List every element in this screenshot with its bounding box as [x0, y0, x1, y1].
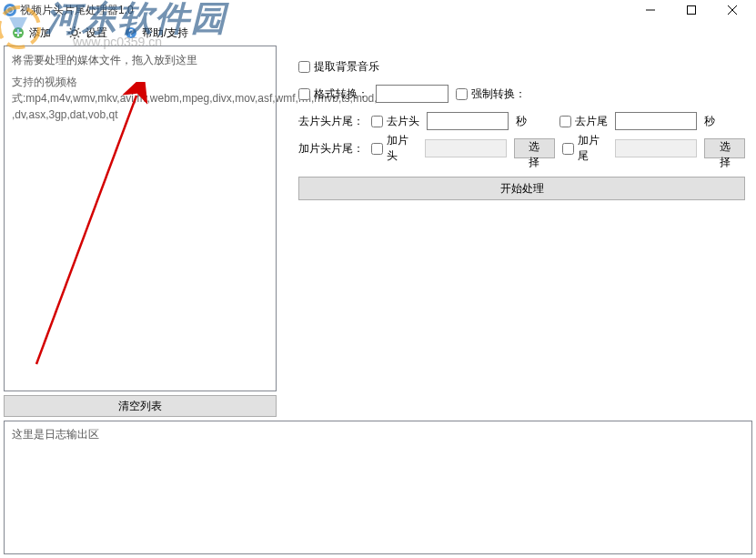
format-hint: 支持的视频格式:mp4,m4v,wmv,mkv,avi,flv,webm,mpe… — [12, 74, 268, 123]
close-button[interactable] — [711, 0, 752, 20]
maximize-button[interactable] — [670, 0, 711, 20]
window-title: 视频片头片尾处理器1.0 — [20, 3, 630, 18]
trim-head-checkbox[interactable]: 去片头 — [371, 114, 419, 129]
force-convert-checkbox[interactable]: 强制转换： — [456, 86, 526, 102]
drop-hint: 将需要处理的媒体文件，拖入放到这里 — [12, 52, 268, 68]
file-drop-area[interactable]: 将需要处理的媒体文件，拖入放到这里 支持的视频格式:mp4,m4v,wmv,mk… — [4, 46, 277, 391]
log-output-area: 这里是日志输出区 — [4, 421, 752, 554]
trim-label: 去片头片尾： — [298, 114, 364, 129]
menu-add-label: 添加 — [29, 25, 51, 41]
trim-head-input[interactable] — [427, 112, 509, 130]
app-icon — [4, 4, 16, 16]
plus-icon — [11, 25, 25, 40]
minimize-button[interactable] — [630, 0, 670, 20]
trim-tail-checkbox[interactable]: 去片尾 — [559, 114, 608, 129]
svg-line-16 — [78, 28, 80, 30]
titlebar: 视频片头片尾处理器1.0 — [0, 0, 756, 20]
start-process-button[interactable]: 开始处理 — [298, 177, 745, 200]
menu-add[interactable]: 添加 — [4, 22, 58, 45]
log-placeholder: 这里是日志输出区 — [12, 428, 99, 441]
select-tail-button[interactable]: 选择 — [704, 138, 745, 158]
clear-list-button[interactable]: 清空列表 — [4, 395, 277, 417]
extract-audio-checkbox[interactable]: 提取背景音乐 — [298, 59, 379, 75]
svg-rect-2 — [687, 6, 695, 15]
trim-tail-input[interactable] — [615, 112, 697, 130]
seconds-label-2: 秒 — [704, 114, 715, 129]
svg-line-15 — [70, 36, 72, 38]
seconds-label-1: 秒 — [516, 114, 527, 129]
add-head-checkbox[interactable]: 加片头 — [371, 133, 418, 164]
svg-line-13 — [70, 28, 72, 30]
format-convert-input[interactable] — [376, 85, 449, 103]
add-tail-checkbox[interactable]: 加片尾 — [562, 133, 609, 164]
add-tail-input[interactable] — [615, 139, 697, 157]
format-convert-checkbox[interactable]: 格式转换： — [298, 86, 368, 102]
watermark-url: www.pc0359.cn — [73, 35, 162, 49]
add-label: 加片头片尾： — [298, 141, 364, 157]
select-head-button[interactable]: 选择 — [514, 138, 555, 158]
add-head-input[interactable] — [425, 139, 507, 157]
